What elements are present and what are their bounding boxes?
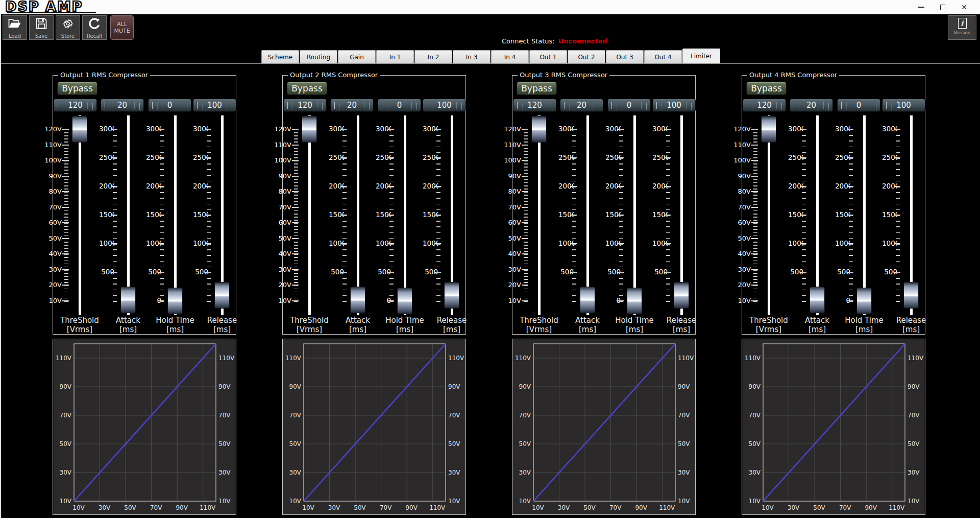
hold-time-value-box[interactable]: 0 <box>148 99 191 112</box>
logo-underline <box>7 12 96 13</box>
tab-limiter[interactable]: Limiter <box>682 49 720 63</box>
threshold-slider-handle[interactable] <box>761 116 776 143</box>
release-value-box[interactable]: 100 <box>882 99 925 112</box>
hold-slider-track[interactable] <box>174 115 177 315</box>
threshold-slider-handle[interactable] <box>72 116 87 143</box>
compressor-curve-line <box>304 344 446 501</box>
y-axis-label-left: 50V <box>60 440 72 448</box>
threshold-slider-track[interactable] <box>538 115 541 315</box>
release-slider-handle[interactable] <box>214 282 230 309</box>
tab-out-2[interactable]: Out 2 <box>568 50 605 63</box>
tab-out-1[interactable]: Out 1 <box>529 50 567 63</box>
hold-time-value-box[interactable]: 0 <box>837 99 880 112</box>
attack-slider-track[interactable] <box>586 115 589 315</box>
panel-title: Output 1 RMS Compressor <box>58 71 150 79</box>
attack-slider-track[interactable] <box>127 115 130 315</box>
attack-slider-track[interactable] <box>357 115 359 315</box>
tab-in-1[interactable]: In 1 <box>376 50 414 63</box>
tab-gain[interactable]: Gain <box>338 50 376 63</box>
threshold-value-box[interactable]: 120 <box>513 99 556 112</box>
release-value-box[interactable]: 100 <box>423 99 466 112</box>
open-folder-icon <box>8 17 22 32</box>
attack-value-box[interactable]: 20 <box>560 99 603 112</box>
release-value-box[interactable]: 100 <box>652 99 696 112</box>
hold-slider-track[interactable] <box>863 115 866 315</box>
scale-label: 110V <box>38 140 62 149</box>
scale-label: 80V <box>268 187 291 196</box>
scale-label: 100V <box>727 156 751 164</box>
threshold-slider-track[interactable] <box>308 115 311 315</box>
store-button[interactable]: Store <box>56 15 80 40</box>
scale-label: 40V <box>268 249 291 258</box>
tab-routing[interactable]: Routing <box>300 50 337 63</box>
scale-label: 70V <box>727 203 751 211</box>
load-button[interactable]: Load <box>3 15 27 40</box>
x-axis-label: 110V <box>659 504 675 511</box>
tab-scheme[interactable]: Scheme <box>261 50 299 63</box>
bypass-button[interactable]: Bypass <box>57 82 97 95</box>
slider-title: ThreShold <box>53 316 106 325</box>
maximize-button[interactable] <box>932 0 953 14</box>
scale-label: 10V <box>38 296 62 305</box>
slider-unit: [Vrms] <box>53 325 106 334</box>
threshold-value-box[interactable]: 120 <box>54 99 97 112</box>
hold-slider-handle[interactable] <box>397 288 412 314</box>
minor-ticks <box>436 129 440 303</box>
compressor-curve-line <box>763 344 905 501</box>
scale-label: 100V <box>38 156 62 164</box>
save-button[interactable]: Save <box>29 15 54 40</box>
y-axis-label-right: 90V <box>218 383 231 390</box>
threshold-value-box[interactable]: 120 <box>743 99 786 112</box>
minor-ticks <box>113 129 117 303</box>
slider-title: ThreShold <box>742 316 795 325</box>
hold-slider-track[interactable] <box>404 115 406 315</box>
release-slider-handle[interactable] <box>674 282 689 309</box>
version-button[interactable]: i Version <box>948 15 976 40</box>
minimize-button[interactable] <box>911 0 932 14</box>
x-axis-label: 30V <box>99 504 111 511</box>
tab-out-3[interactable]: Out 3 <box>606 50 644 63</box>
attack-value-box[interactable]: 20 <box>330 99 374 112</box>
info-icon: i <box>958 18 967 29</box>
y-axis-label-left: 90V <box>60 383 72 390</box>
attack-value-box[interactable]: 20 <box>790 99 833 112</box>
recall-button[interactable]: Recall <box>82 15 107 40</box>
bypass-button[interactable]: Bypass <box>746 82 787 95</box>
y-axis-label-left: 30V <box>749 469 761 476</box>
scale-label: 40V <box>38 249 62 258</box>
threshold-slider-track[interactable] <box>79 115 81 315</box>
hold-time-value-box[interactable]: 0 <box>378 99 421 112</box>
hold-slider-handle[interactable] <box>856 288 872 314</box>
close-button[interactable]: ✕ <box>953 0 975 14</box>
release-slider-handle[interactable] <box>903 282 919 309</box>
hold-slider-handle[interactable] <box>627 288 642 314</box>
release-value-box[interactable]: 100 <box>193 99 236 112</box>
attack-slider-handle[interactable] <box>580 287 595 313</box>
bypass-button[interactable]: Bypass <box>287 82 327 95</box>
attack-slider-track[interactable] <box>816 115 819 315</box>
tab-in-3[interactable]: In 3 <box>453 50 491 63</box>
attack-slider-handle[interactable] <box>810 287 825 313</box>
threshold-slider-handle[interactable] <box>302 116 317 143</box>
slider-title: ThreShold <box>512 316 566 325</box>
threshold-slider-track[interactable] <box>768 115 770 315</box>
hold-time-value-box[interactable]: 0 <box>607 99 651 112</box>
release-slider-handle[interactable] <box>444 282 459 309</box>
bypass-button[interactable]: Bypass <box>517 82 557 95</box>
tab-out-4[interactable]: Out 4 <box>644 50 682 63</box>
threshold-slider-handle[interactable] <box>531 116 547 143</box>
minor-ticks <box>64 129 68 303</box>
tab-in-4[interactable]: In 4 <box>491 50 529 63</box>
y-axis-label-left: 70V <box>60 412 72 419</box>
scale-label: 80V <box>498 187 521 196</box>
attack-slider-handle[interactable] <box>120 287 136 313</box>
threshold-value-box[interactable]: 120 <box>283 99 327 112</box>
hold-slider-track[interactable] <box>633 115 636 315</box>
all-mute-button[interactable]: ALL MUTE <box>110 15 134 40</box>
attack-value-box[interactable]: 20 <box>101 99 144 112</box>
tab-in-2[interactable]: In 2 <box>414 50 452 63</box>
attack-slider-handle[interactable] <box>350 287 365 313</box>
scale-label: 50V <box>38 234 62 243</box>
hold-slider-handle[interactable] <box>167 288 183 314</box>
scale-label: 50V <box>727 234 751 243</box>
